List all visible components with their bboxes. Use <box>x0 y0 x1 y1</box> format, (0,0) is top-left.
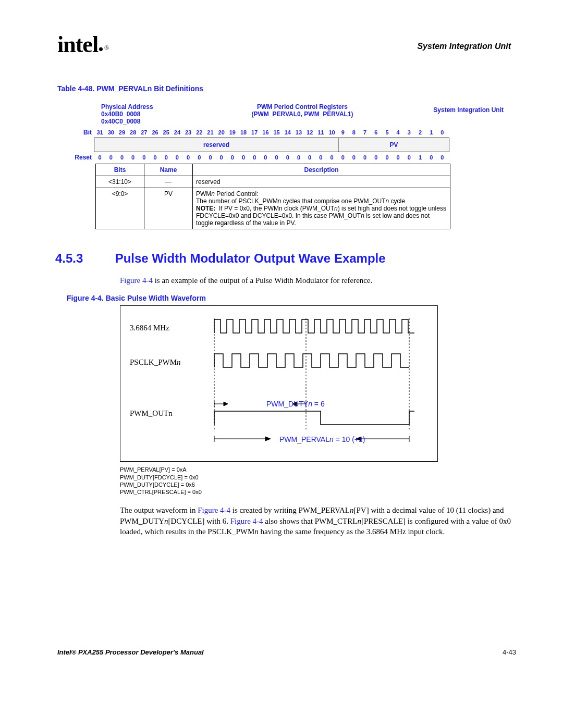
phys-addr-2: 0x40C0_0008 <box>101 118 222 125</box>
bit-num: 1 <box>426 128 437 137</box>
wave-label-clk: 3.6864 MHz <box>130 324 169 332</box>
figure-ref[interactable]: Figure 4-4 <box>120 276 153 285</box>
bit-num: 0 <box>437 128 448 137</box>
bit-num: 22 <box>194 128 205 137</box>
reset-val: 0 <box>238 153 249 162</box>
fig-ref-2[interactable]: Figure 4-4 <box>198 506 230 514</box>
reset-val: 0 <box>304 153 315 162</box>
bit-num: 31 <box>94 128 105 137</box>
description-table: Bits Name Description <31:10>—reserved<9… <box>95 164 450 229</box>
duty-annotation: PWM_DUTYn = 6 <box>266 400 325 408</box>
bit-num: 5 <box>382 128 393 137</box>
bit-num: 26 <box>150 128 161 137</box>
reset-val: 0 <box>393 153 403 162</box>
intro-text: is an example of the output of a Pulse W… <box>153 276 373 285</box>
wave-label-pwmout: PWM_OUTn <box>130 409 173 418</box>
table-caption: Table 4-48. PWM_PERVALn Bit Definitions <box>57 84 516 93</box>
bit-number-row: Bit 313029282726252423222120191817161514… <box>66 128 513 137</box>
reset-val: 0 <box>172 153 182 162</box>
bit-num: 14 <box>282 128 293 137</box>
col-desc: Description <box>193 164 450 176</box>
section-title: Pulse Width Modulator Output Wave Exampl… <box>115 251 386 265</box>
intro-para: Figure 4-4 is an example of the output o… <box>120 275 513 286</box>
section-heading: 4.5.3 Pulse Width Modulator Output Wave … <box>55 251 516 266</box>
bit-num: 18 <box>238 128 249 137</box>
footer-left: Intel® PXA255 Processor Developer's Manu… <box>57 648 204 656</box>
bit-cells: 3130292827262524232221201918171615141312… <box>94 128 448 137</box>
fig-ref-3[interactable]: Figure 4-4 <box>230 517 263 525</box>
reset-val: 0 <box>260 153 271 162</box>
reset-val: 0 <box>271 153 282 162</box>
reset-val: 0 <box>116 153 127 162</box>
reset-val: 0 <box>194 153 205 162</box>
reset-val: 0 <box>249 153 260 162</box>
table-row: <9:0>PVPWMn Period Control:The number of… <box>96 188 450 229</box>
reset-val: 0 <box>426 153 437 162</box>
bit-num: 13 <box>293 128 304 137</box>
body-para: The output waveform in Figure 4-4 is cre… <box>120 505 513 537</box>
reset-val: 0 <box>94 153 105 162</box>
bit-num: 17 <box>249 128 260 137</box>
bit-num: 21 <box>205 128 216 137</box>
reset-val: 0 <box>337 153 348 162</box>
reg-name-2: (PWM_PERVAL0, PWM_PERVAL1) <box>222 110 383 118</box>
bit-num: 27 <box>139 128 150 137</box>
field-row: reserved PV <box>66 138 513 152</box>
reset-val: 0 <box>105 153 116 162</box>
bit-num: 16 <box>260 128 271 137</box>
section-num: 4.5.3 <box>55 251 112 266</box>
reset-val: 0 <box>371 153 382 162</box>
reset-val: 0 <box>403 153 414 162</box>
field-reserved: reserved <box>94 138 339 152</box>
perval-annotation: PWM_PERVALn = 10 (+1) <box>279 435 365 443</box>
svg-marker-10 <box>265 437 271 441</box>
page: intel.® System Integration Unit Table 4-… <box>0 0 563 676</box>
bit-num: 9 <box>337 128 348 137</box>
bit-label: Bit <box>66 129 94 136</box>
svg-marker-4 <box>224 402 228 406</box>
reg-unit: System Integration Unit <box>383 103 504 117</box>
figure-note-line: PWM_CTRL[PRESCALE] = 0x0 <box>120 488 516 496</box>
reset-val: 0 <box>315 153 326 162</box>
bit-num: 11 <box>315 128 326 137</box>
reset-val: 0 <box>360 153 371 162</box>
reset-val: 0 <box>348 153 359 162</box>
reset-val: 0 <box>227 153 238 162</box>
bit-num: 19 <box>227 128 238 137</box>
reset-val: 0 <box>183 153 194 162</box>
table-row: <31:10>—reserved <box>96 176 450 188</box>
figure-box: 3.6864 MHz PSCLK_PWMn PWM_OUTn <box>120 305 438 462</box>
col-bits: Bits <box>96 164 144 176</box>
register-header: Physical Address 0x40B0_0008 0x40C0_0008… <box>66 102 513 128</box>
bit-num: 6 <box>371 128 382 137</box>
field-pv: PV <box>339 138 449 152</box>
reset-val: 0 <box>282 153 293 162</box>
reset-cells: 00000000000000000000000000000100 <box>94 153 448 162</box>
footer: Intel® PXA255 Processor Developer's Manu… <box>57 648 516 656</box>
reset-val: 0 <box>128 153 139 162</box>
figure-note-line: PWM_DUTY[DCYCLE] = 0x6 <box>120 481 516 488</box>
figure-note-line: PWM_PERVAL[PV] = 0xA <box>120 466 516 473</box>
bit-num: 4 <box>393 128 403 137</box>
bit-num: 23 <box>183 128 194 137</box>
intel-logo: intel.® <box>57 31 107 58</box>
reset-val: 0 <box>437 153 448 162</box>
reset-val: 0 <box>293 153 304 162</box>
field-cells: reserved PV <box>94 138 449 152</box>
wave-label-psclk: PSCLK_PWMn <box>130 358 181 367</box>
bit-num: 10 <box>326 128 337 137</box>
reset-val: 0 <box>161 153 172 162</box>
phys-addr-1: 0x40B0_0008 <box>101 110 222 118</box>
bit-num: 15 <box>271 128 282 137</box>
bit-num: 3 <box>403 128 414 137</box>
bit-num: 7 <box>360 128 371 137</box>
logo-text: intel <box>57 32 98 57</box>
bit-num: 29 <box>116 128 127 137</box>
reset-val: 0 <box>205 153 216 162</box>
figure-caption: Figure 4-4. Basic Pulse Width Waveform <box>67 294 516 302</box>
register-block: Physical Address 0x40B0_0008 0x40C0_0008… <box>66 102 513 229</box>
bit-num: 30 <box>105 128 116 137</box>
col-name: Name <box>144 164 193 176</box>
chapter-title: System Integration Unit <box>417 42 511 51</box>
bit-num: 25 <box>161 128 172 137</box>
